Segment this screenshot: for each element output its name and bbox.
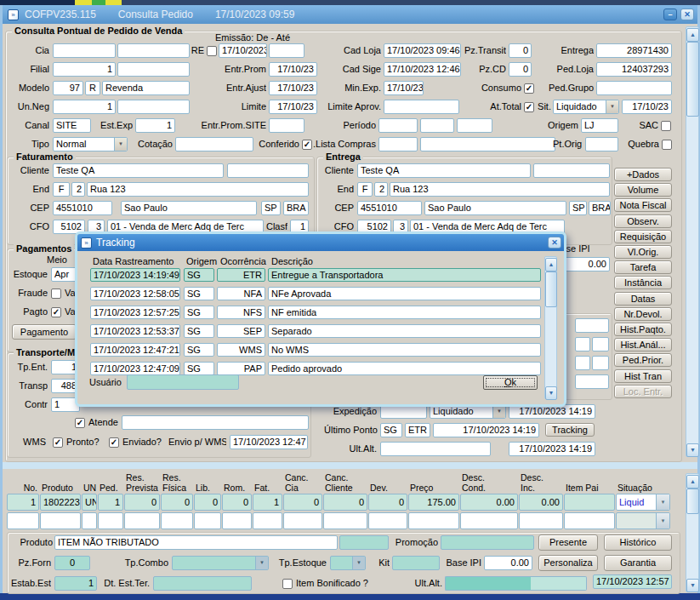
pt-orig-field[interactable] xyxy=(585,137,618,151)
tracking-scrollbar[interactable]: ▲ ▼ xyxy=(544,256,557,399)
lower-scrollbar[interactable]: ▲ ▼ xyxy=(686,473,699,592)
scroll-up-icon[interactable]: ▲ xyxy=(686,28,699,42)
at-total-checkbox[interactable]: ✓ xyxy=(524,102,534,112)
scrollbar-thumb[interactable] xyxy=(686,489,699,514)
close-icon[interactable]: ✕ xyxy=(548,237,561,249)
fat-end-rua-field[interactable]: Rua 123 xyxy=(87,182,309,197)
tracking-row-data[interactable]: 17/10/2023 12:47:09 xyxy=(90,362,180,375)
tracking-row-origem[interactable]: SG xyxy=(184,362,214,375)
emissao-de-field[interactable]: 17/10/2023 xyxy=(219,43,267,58)
tracking-row-ocorrencia[interactable]: NFA xyxy=(217,287,265,300)
tracking-row-descricao[interactable]: NFe Aprovada xyxy=(268,287,541,300)
tracking-row-data[interactable]: 17/10/2023 12:47:21 xyxy=(90,343,180,357)
minimize-button[interactable]: – xyxy=(663,9,677,20)
modelo-tipo-field[interactable]: R xyxy=(85,81,100,95)
entrega-field[interactable]: 28971430 xyxy=(596,43,672,58)
mid-field-3b[interactable] xyxy=(592,356,609,370)
ent-cliente-extra-field[interactable] xyxy=(533,163,610,178)
entr-prom-field[interactable]: 17/10/23 xyxy=(269,62,317,77)
historico-button[interactable]: Histórico xyxy=(604,534,672,551)
ok-button[interactable]: Ok xyxy=(483,375,538,390)
fat-cliente-extra-field[interactable] xyxy=(227,163,309,178)
tracking-row-descricao[interactable]: NF emitida xyxy=(268,306,541,319)
ent-end-tipo-field[interactable]: F xyxy=(357,182,373,197)
presente-button[interactable]: Presente xyxy=(538,534,598,551)
tracking-dialog-titlebar[interactable]: » Tracking ✕ xyxy=(77,234,564,251)
re-checkbox[interactable] xyxy=(207,46,217,56)
tracking-row-descricao[interactable]: No WMS xyxy=(268,343,541,357)
limite-field[interactable]: 17/10/23 xyxy=(269,100,317,114)
personaliza-button[interactable]: Personaliza xyxy=(538,555,598,571)
tracking-row-ocorrencia[interactable]: PAP xyxy=(217,362,265,375)
grid-data-row[interactable]: 1 1802223 UN 1 0 0 0 0 1 0 0 0 175.00 0.… xyxy=(7,494,670,511)
consumo-checkbox[interactable]: ✓ xyxy=(524,83,534,94)
sidebar-button-datas[interactable]: Datas xyxy=(614,292,672,306)
entr-prom-site-field[interactable] xyxy=(269,118,304,133)
pz-forn-field[interactable]: 0 xyxy=(54,556,90,570)
ultimo-ponto-ocorrencia-field[interactable]: ETR xyxy=(405,423,430,437)
tp-estoque-combobox[interactable]: ▼ xyxy=(330,556,366,570)
min-exp-field[interactable]: 17/10/23 xyxy=(384,81,424,95)
periodo-field-3[interactable] xyxy=(457,118,492,133)
ent-uf-field[interactable]: SP xyxy=(569,201,587,215)
upper-scrollbar[interactable]: ▲ ▼ xyxy=(686,26,699,457)
chevron-down-icon[interactable]: ▼ xyxy=(255,557,268,569)
cad-loja-field[interactable]: 17/10/2023 09:46 xyxy=(384,43,461,58)
tracking-row-data[interactable]: 17/10/2023 14:19:49 xyxy=(90,268,180,282)
atende-checkbox[interactable]: ✓ xyxy=(75,418,85,428)
origem-field[interactable]: LJ xyxy=(581,118,618,133)
promocao-field[interactable] xyxy=(441,535,534,550)
estab-est-field[interactable]: 1 xyxy=(54,576,97,591)
tipo-combobox[interactable]: Normal▼ xyxy=(53,137,128,151)
limite-aprov-field[interactable] xyxy=(384,100,459,114)
canal-field[interactable]: SITE xyxy=(53,118,91,133)
un-neg-field[interactable]: 1 xyxy=(53,100,116,114)
ultimo-ponto-origem-field[interactable]: SG xyxy=(380,423,402,437)
mid-field-3a[interactable] xyxy=(575,356,590,370)
cia-code-field[interactable] xyxy=(53,43,116,58)
sidebar-button-hist-paqto[interactable]: Hist.Paqto. xyxy=(614,323,672,336)
sit-date-field[interactable]: 17/10/23 xyxy=(622,100,672,114)
tracking-button[interactable]: Tracking xyxy=(545,423,595,437)
tracking-row-data[interactable]: 17/10/2023 12:58:05 xyxy=(90,287,180,300)
un-neg-name-field[interactable] xyxy=(117,100,190,114)
periodo-field-2[interactable] xyxy=(420,118,454,133)
item-bonificado-checkbox[interactable] xyxy=(282,579,293,589)
sidebar-button-dados[interactable]: +Dados xyxy=(614,168,672,181)
mid-field-1[interactable] xyxy=(575,318,609,333)
pagamento-button[interactable]: Pagamento xyxy=(12,324,77,340)
emissao-ate-field[interactable] xyxy=(269,43,304,58)
quebra-checkbox[interactable] xyxy=(662,140,672,150)
tracking-row-descricao[interactable]: Separado xyxy=(268,324,541,338)
sidebar-button-requisicao[interactable]: Requisição xyxy=(614,230,672,243)
filial-field[interactable]: 1 xyxy=(53,62,116,77)
ult-alt-field[interactable] xyxy=(380,442,491,456)
ent-end-num-field[interactable]: 2 xyxy=(374,182,388,197)
tracking-row-origem[interactable]: SG xyxy=(184,306,214,319)
mid-field-2a[interactable] xyxy=(575,337,590,351)
tracking-row-origem[interactable]: SG xyxy=(184,268,214,282)
pz-cd-field[interactable]: 0 xyxy=(509,62,532,77)
fat-pais-field[interactable]: BRA xyxy=(283,201,309,215)
sidebar-button-ped-prior[interactable]: Ped.Prior. xyxy=(614,353,672,367)
sit-combobox[interactable]: Liquidado▼ xyxy=(553,100,619,114)
modelo-num-field[interactable]: 97 xyxy=(53,81,83,95)
scroll-down-icon[interactable]: ▼ xyxy=(686,443,699,457)
fraude-checkbox[interactable] xyxy=(51,289,61,299)
tracking-row-origem[interactable]: SG xyxy=(184,324,214,338)
conferido-checkbox[interactable]: ✓ xyxy=(302,140,312,150)
ent-end-rua-field[interactable]: Rua 123 xyxy=(390,182,610,197)
tracking-row-origem[interactable]: SG xyxy=(184,287,214,300)
sidebar-button-vl-orig[interactable]: Vl.Orig. xyxy=(614,245,672,259)
close-button[interactable]: ✕ xyxy=(680,9,694,20)
sac-checkbox[interactable] xyxy=(661,121,671,131)
cotacao-field[interactable] xyxy=(175,137,253,151)
ped-loja-field[interactable]: 124037293 xyxy=(596,62,672,77)
sidebar-button-hist-tran[interactable]: Hist Tran xyxy=(614,369,672,383)
sidebar-button-observ[interactable]: Observ. xyxy=(614,214,672,228)
grid-empty-row[interactable]: ▼ xyxy=(7,512,670,529)
scrollbar-thumb[interactable] xyxy=(545,271,557,307)
cad-sige-field[interactable]: 17/10/2023 12:46 xyxy=(384,62,461,77)
scrollbar-thumb[interactable] xyxy=(686,42,699,117)
pagto-checkbox[interactable]: ✓ xyxy=(51,307,61,317)
